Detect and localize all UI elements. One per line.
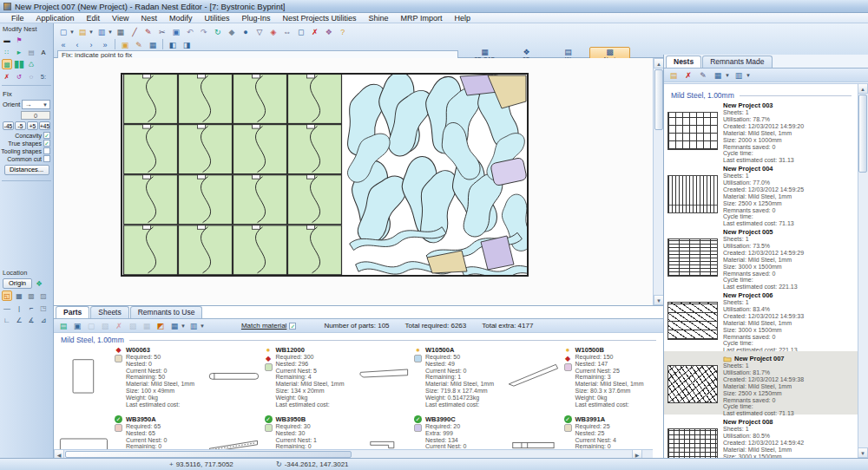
pan-icon[interactable]: ❖ [323,26,335,37]
orient-select[interactable]: → ▼ [22,100,50,109]
true-shapes-checkbox[interactable]: ✓ [43,140,50,147]
attach-icon[interactable]: ✂ [156,26,168,37]
open-icon[interactable]: ▤ [76,26,89,37]
prev-nest-icon[interactable]: ‹ [71,39,83,50]
tab-remnants-to-use[interactable]: Remnants to Use [130,306,203,318]
pen-icon[interactable]: ✎ [142,26,155,37]
menu-item-nest-projects-utilities[interactable]: Nest Projects Utilities [277,13,363,23]
menu-item-file[interactable]: File [5,13,30,23]
thumbnail-size-dropdown[interactable]: ▦ [712,69,724,81]
menu-item-edit[interactable]: Edit [81,13,107,23]
print-icon[interactable]: ▦ [115,26,127,37]
corner-tool-icon[interactable]: ∟ [2,315,12,325]
menu-item-nest[interactable]: Nest [135,13,163,23]
part-card-w00063[interactable]: ◆W00063Required: 50Nested: 0Current Nest… [57,346,204,412]
runner-icon[interactable]: ✗ [309,26,321,37]
refresh-icon[interactable]: ↻ [212,26,224,37]
canvas-vertical-scrollbar[interactable]: ▲ ▼ [653,58,663,305]
snap-corner-icon[interactable]: ⌐ [26,303,36,313]
scroll-thumb[interactable] [65,451,352,458]
recycle-icon[interactable]: ♺ [26,59,36,69]
sort-mode-dropdown[interactable]: ▥ [187,320,200,331]
titlebar[interactable]: New Project 007 (New Project) - Radan Ne… [0,0,868,13]
next-nest-icon[interactable]: › [85,39,97,50]
split-vertical-icon[interactable]: ◨ [181,39,193,50]
snap-grid-icon[interactable]: ▦ [14,290,24,301]
preview-nest-icon[interactable]: ✎ [697,69,709,81]
menu-item-shine[interactable]: Shine [363,13,395,23]
open-nest-icon[interactable]: ▤ [667,69,680,81]
menu-item-help[interactable]: Help [448,13,477,23]
rotate-minus-5-button[interactable]: -5 [15,121,26,130]
dimension-icon[interactable]: ⇔ [281,26,293,37]
tab-sheets[interactable]: Sheets [90,306,128,318]
nests-vertical-scrollbar[interactable]: ▲ ▼ [858,83,868,458]
add-sheet-icon[interactable]: ▣ [119,39,131,50]
distances-button[interactable]: Distances... [4,165,49,175]
nest-canvas[interactable] [54,58,653,305]
delete-part-icon[interactable]: ✗ [2,71,12,82]
angle-input[interactable]: 0 [21,111,50,120]
nest-drawing[interactable] [54,58,653,305]
tooling-shapes-checkbox[interactable] [43,147,50,154]
text-icon[interactable]: A [38,47,49,57]
scroll-thumb[interactable] [858,95,867,173]
nest-item-new-project-004[interactable]: New Project 004Sheets: 1Utilisation: 77.… [664,161,858,225]
sheet-icon[interactable]: ▬ [2,35,12,45]
pair-parts-icon[interactable]: ▊▊ [14,59,24,69]
nest-item-new-project-008[interactable]: New Project 008Sheets: 1Utilisation: 80.… [664,415,858,458]
concavity-checkbox[interactable]: ✓ [43,132,50,139]
snap-vertical-icon[interactable]: | [14,303,24,313]
snap-nearest-icon[interactable]: ▨ [38,290,49,301]
info-icon[interactable]: ● [240,26,252,37]
node-edit-icon[interactable]: ◆ [226,26,238,37]
report-icon[interactable]: ▤ [26,47,36,57]
nested-parts-group[interactable] [342,69,559,282]
menu-item-view[interactable]: View [106,13,135,23]
origin-marker-icon[interactable]: ❖ [34,278,44,289]
exit-nest-icon[interactable]: ⚑ [14,35,24,45]
common-cut-checkbox[interactable] [43,155,50,162]
scroll-up-icon[interactable]: ▲ [858,83,868,94]
split-horizontal-icon[interactable]: ◧ [167,39,179,50]
green-parts-group[interactable] [124,75,342,275]
angle-45-icon[interactable]: ∠ [14,315,24,325]
nest-item-new-project-005[interactable]: New Project 005Sheets: 1Utilisation: 73.… [664,225,858,288]
snap-intersection-icon[interactable]: ▩ [26,290,36,301]
last-nest-icon[interactable]: » [99,39,111,50]
rotate-plusminus-5-button[interactable]: +5 [27,121,38,130]
nest-parts-icon[interactable]: ∷ [2,47,12,57]
rotate-minus-45-button[interactable]: -45 [3,121,14,130]
part-colors-icon[interactable]: ◩ [155,320,167,331]
copy-geometry-icon[interactable]: ▣ [170,26,182,37]
menu-item-utilities[interactable]: Utilities [198,13,235,23]
auto-nest-icon[interactable]: ▩ [2,59,12,69]
detail-view-dropdown[interactable]: ▥ [733,69,745,81]
angle-tool-icon[interactable]: ∡ [26,315,36,325]
help-icon[interactable]: ? [337,26,349,37]
save-icon[interactable]: ▥ [95,26,108,37]
tab-parts[interactable]: Parts [56,306,89,318]
dashed-circle-icon[interactable]: ◌ [26,71,36,82]
undo-icon[interactable]: ↶ [184,26,196,37]
lasso-icon[interactable]: ↺ [14,71,24,82]
sheet-grid-icon[interactable]: ▦ [147,39,159,50]
origin-button[interactable]: Origin [3,278,32,289]
view-mode-dropdown[interactable]: ▦ [168,320,181,331]
move-part-icon[interactable]: ► [14,47,24,57]
scroll-down-icon[interactable]: ▼ [858,447,868,458]
part-card-wb12000[interactable]: ●◆WB12000Required: 300Nested: 296Current… [207,346,354,412]
line-icon[interactable]: ╱ [128,26,141,37]
new-drawing-icon[interactable]: ▢ [57,26,69,37]
nest-item-new-project-006[interactable]: New Project 006Sheets: 1Utilisation: 83.… [664,288,858,351]
add-part-icon[interactable]: ▤ [57,320,69,331]
scroll-thumb[interactable] [654,69,663,130]
sequence-icon[interactable]: 5: [38,71,49,82]
menu-item-modify[interactable]: Modify [163,13,199,23]
menu-item-plug-ins[interactable]: Plug-Ins [235,13,276,23]
delete-nest-icon[interactable]: ✗ [682,69,694,81]
first-nest-icon[interactable]: « [57,39,69,50]
view-box-icon[interactable]: ◻ [295,26,307,37]
menu-item-mrp-import[interactable]: MRP Import [395,13,449,23]
sheet-edit-icon[interactable]: ✎ [133,39,145,50]
